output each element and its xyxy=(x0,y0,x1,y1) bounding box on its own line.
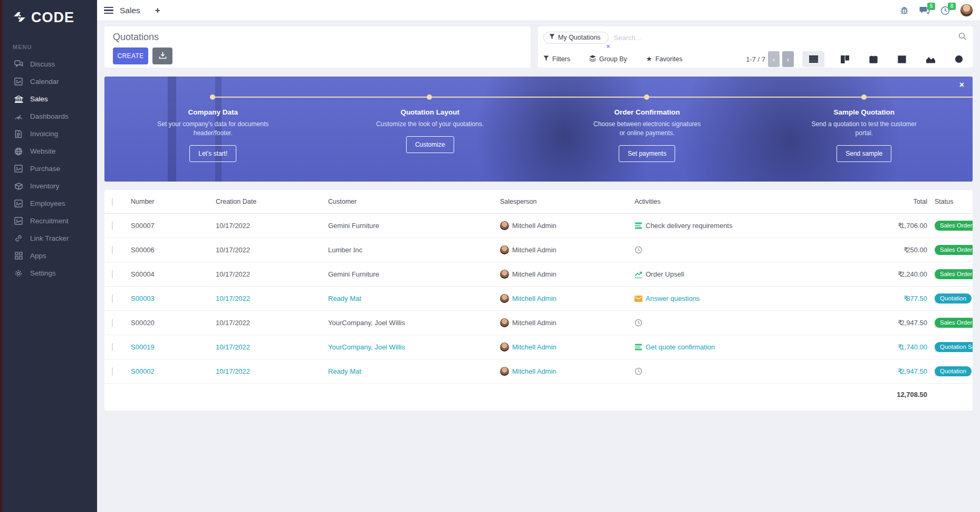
step-quotation-layout: Quotation Layout Customize the look of y… xyxy=(322,108,539,162)
activity-view-icon[interactable] xyxy=(951,51,967,67)
graph-view-icon[interactable] xyxy=(923,51,938,67)
user-avatar[interactable] xyxy=(960,4,973,17)
sidebar-item-label: Website xyxy=(30,147,56,155)
quotations-table: Number Creation Date Customer Salesperso… xyxy=(104,190,973,411)
sidebar-item-label: Purchase xyxy=(30,165,60,173)
activity-clock-icon[interactable] xyxy=(635,246,642,254)
filters-button[interactable]: Filters xyxy=(543,55,570,63)
sidebar-item-purchase[interactable]: Purchase xyxy=(2,160,97,177)
banner-close-icon[interactable]: × xyxy=(959,81,964,89)
sidebar-item-label: Apps xyxy=(30,252,46,260)
column-header-salesperson[interactable]: Salesperson xyxy=(500,198,635,205)
step-sample-quotation: Sample Quotation Send a quotation to tes… xyxy=(756,108,973,162)
sidebar-item-website[interactable]: Website xyxy=(2,143,97,160)
search-input[interactable]: Search... xyxy=(614,34,958,42)
row-checkbox[interactable] xyxy=(112,295,113,302)
column-header-status[interactable]: Status xyxy=(935,198,973,205)
activity-clock-icon[interactable] xyxy=(635,367,642,375)
table-row[interactable]: S00020 10/17/2022 YourCompany, Joel Will… xyxy=(104,311,973,335)
activity-mail-icon[interactable] xyxy=(635,295,642,302)
hamburger-menu-icon[interactable] xyxy=(104,5,113,16)
calendar-view-icon[interactable] xyxy=(866,51,881,67)
brand-logo[interactable]: CODE xyxy=(2,0,97,26)
pager-next-button[interactable]: › xyxy=(782,51,794,67)
column-header-creation-date[interactable]: Creation Date xyxy=(216,198,328,205)
timeline-dot xyxy=(427,94,432,100)
sidebar-item-settings[interactable]: Settings xyxy=(2,264,97,282)
sidebar-item-recruitment[interactable]: Recruitment xyxy=(2,212,97,230)
status-badge: Sales Order xyxy=(935,245,973,255)
sidebar-item-discuss[interactable]: Discuss xyxy=(2,55,97,73)
view-switcher xyxy=(802,51,967,67)
activity-clock-icon[interactable] xyxy=(635,319,642,327)
inventory-icon xyxy=(14,182,23,191)
debug-bug-icon[interactable] xyxy=(898,5,910,16)
column-header-activities[interactable]: Activities xyxy=(635,198,838,205)
sidebar-item-calendar[interactable]: Calendar xyxy=(2,73,97,90)
activity-list-icon[interactable] xyxy=(635,222,642,230)
row-checkbox[interactable] xyxy=(112,367,113,375)
table-row[interactable]: S00006 10/17/2022 Lumber Inc Mitchell Ad… xyxy=(104,238,973,262)
sidebar-item-inventory[interactable]: Inventory xyxy=(2,177,97,195)
favorites-button[interactable]: ★ Favorites xyxy=(646,55,683,63)
export-button[interactable] xyxy=(152,48,172,64)
control-panel-right: My Quotations × Search... Filters xyxy=(538,26,973,68)
column-header-number[interactable]: Number xyxy=(131,198,216,205)
page-title: Quotations xyxy=(113,32,531,43)
send-sample-button[interactable]: Send sample xyxy=(837,145,891,162)
sidebar-item-dashboards[interactable]: Dashboards xyxy=(2,108,97,125)
new-tab-button[interactable]: + xyxy=(155,5,160,16)
sidebar-item-invoicing[interactable]: Invoicing xyxy=(2,125,97,143)
sidebar-nav: Discuss Calendar Sales Dashboards Invoic… xyxy=(2,55,97,282)
app-title[interactable]: Sales xyxy=(120,6,140,15)
sidebar-item-apps[interactable]: Apps xyxy=(2,247,97,264)
dashboards-icon xyxy=(14,112,23,121)
sidebar: CODE MENU Discuss Calendar Sales Dashboa… xyxy=(2,0,97,512)
step-order-confirmation: Order Confirmation Choose between electr… xyxy=(539,108,756,162)
row-checkbox[interactable] xyxy=(112,343,113,351)
row-checkbox[interactable] xyxy=(112,222,113,230)
sidebar-item-link-tracker[interactable]: Link Tracker xyxy=(2,230,97,247)
list-view-icon[interactable] xyxy=(802,51,824,67)
column-header-customer[interactable]: Customer xyxy=(328,198,500,205)
table-row[interactable]: S00002 10/17/2022 Ready Mat Mitchell Adm… xyxy=(104,359,973,384)
search-icon[interactable] xyxy=(958,32,967,43)
search-facet-my-quotations[interactable]: My Quotations × xyxy=(543,32,609,44)
sidebar-item-label: Inventory xyxy=(30,182,60,190)
table-row[interactable]: S00019 10/17/2022 YourCompany, Joel Will… xyxy=(104,335,973,359)
activity-list-icon[interactable] xyxy=(635,343,642,351)
sidebar-item-sales[interactable]: Sales xyxy=(2,90,97,108)
salesperson-avatar xyxy=(500,294,509,303)
table-row[interactable]: S00004 10/17/2022 Gemini Furniture Mitch… xyxy=(104,262,973,287)
column-header-total[interactable]: Total xyxy=(838,198,927,205)
invoicing-icon xyxy=(14,129,23,139)
lets-start-button[interactable]: Let's start! xyxy=(189,145,236,162)
timeline-line xyxy=(213,97,973,98)
kanban-view-icon[interactable] xyxy=(837,51,853,67)
table-row[interactable]: S00007 10/17/2022 Gemini Furniture Mitch… xyxy=(104,214,973,238)
discuss-icon xyxy=(14,60,23,69)
status-badge: Sales Order xyxy=(935,269,973,279)
row-checkbox[interactable] xyxy=(112,319,113,327)
onboarding-banner: × Company Data Set your company's data f… xyxy=(104,77,973,182)
sidebar-item-employees[interactable]: Employees xyxy=(2,195,97,212)
activity-clock-icon[interactable]: 8 xyxy=(939,5,951,16)
search-bar[interactable]: My Quotations × Search... xyxy=(543,30,967,45)
sales-icon xyxy=(14,94,23,104)
set-payments-button[interactable]: Set payments xyxy=(619,145,675,162)
onboarding-steps: Company Data Set your company's data for… xyxy=(104,108,973,162)
group-by-button[interactable]: Group By xyxy=(589,55,627,63)
row-checkbox[interactable] xyxy=(112,270,113,278)
activity-chart-icon[interactable] xyxy=(635,270,642,278)
facet-remove-icon[interactable]: × xyxy=(607,43,610,50)
pager-previous-button[interactable]: ‹ xyxy=(768,51,780,67)
image-placeholder-icon xyxy=(14,216,23,226)
row-checkbox[interactable] xyxy=(112,246,113,254)
pivot-view-icon[interactable] xyxy=(894,51,910,67)
status-badge: Quotation xyxy=(935,293,972,304)
messages-icon[interactable]: 5 xyxy=(919,5,930,16)
customize-button[interactable]: Customize xyxy=(406,136,454,153)
table-row[interactable]: S00003 10/17/2022 Ready Mat Mitchell Adm… xyxy=(104,287,973,311)
create-button[interactable]: CREATE xyxy=(113,48,148,64)
select-all-checkbox[interactable] xyxy=(112,198,113,205)
